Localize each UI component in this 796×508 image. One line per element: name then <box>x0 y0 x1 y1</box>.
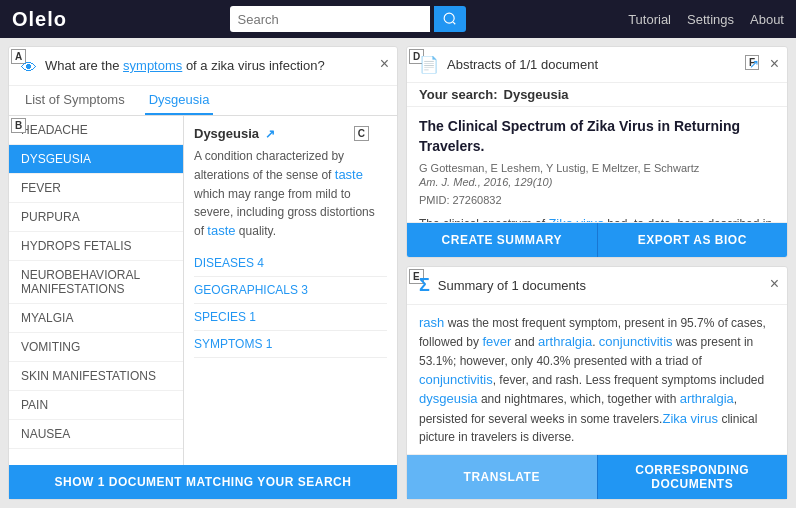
abstract-header: 📄 Abstracts of 1/1 document F ↗ × <box>407 47 787 83</box>
expand-icon[interactable]: ↗ <box>749 57 759 71</box>
external-link-icon[interactable]: ↗ <box>265 127 275 141</box>
fever-link-s[interactable]: fever <box>482 334 511 349</box>
symptom-list: B HEADACHE DYSGEUSIA FEVER PURPURA HYDRO… <box>9 116 184 465</box>
taste-link-2[interactable]: taste <box>207 223 235 238</box>
document-icon: 📄 <box>419 55 439 74</box>
article-pmid: PMID: 27260832 <box>419 194 775 206</box>
show-documents-button[interactable]: SHOW 1 DOCUMENT MATCHING YOUR SEARCH <box>9 465 397 499</box>
abstract-close-button[interactable]: × <box>770 55 779 73</box>
category-geographicals[interactable]: GEOGRAPHICALS 3 <box>194 277 387 304</box>
arthralgia-link-s[interactable]: arthralgia <box>538 334 592 349</box>
search-input[interactable] <box>230 6 430 32</box>
abstract-panel: D 📄 Abstracts of 1/1 document F ↗ × Your… <box>406 46 788 258</box>
symptom-headache[interactable]: HEADACHE <box>9 116 183 145</box>
eye-icon: 👁 <box>21 59 37 77</box>
summary-close-button[interactable]: × <box>770 275 779 293</box>
article-authors: G Gottesman, E Leshem, Y Lustig, E Meltz… <box>419 162 775 174</box>
left-panel-close[interactable]: × <box>380 55 389 73</box>
article-title: The Clinical Spectrum of Zika Virus in R… <box>419 117 775 156</box>
definition-panel: C Dysgeusia ↗ A condition characterized … <box>184 116 397 465</box>
abstract-header-title: Abstracts of 1/1 document <box>447 57 598 72</box>
conjunctivitis-link-2[interactable]: conjunctivitis <box>419 372 493 387</box>
corresponding-docs-button[interactable]: CORRESPONDING DOCUMENTS <box>597 455 788 499</box>
tab-list-of-symptoms[interactable]: List of Symptoms <box>21 86 129 115</box>
query-text: What are the symptoms of a zika virus in… <box>45 57 385 73</box>
symptom-skin[interactable]: SKIN MANIFESTATIONS <box>9 362 183 391</box>
tutorial-link[interactable]: Tutorial <box>628 12 671 27</box>
symptom-myalgia[interactable]: MYALGIA <box>9 304 183 333</box>
summary-panel: E Σ Summary of 1 documents × rash was th… <box>406 266 788 501</box>
search-button[interactable] <box>434 6 466 32</box>
export-bioc-button[interactable]: EXPORT AS BIOC <box>597 223 788 257</box>
taste-link-1[interactable]: taste <box>335 167 363 182</box>
tabs: List of Symptoms Dysgeusia <box>9 86 397 116</box>
main-content: A 👁 What are the symptoms of a zika viru… <box>0 38 796 508</box>
article-journal: Am. J. Med., 2016, 129(10) <box>419 176 775 188</box>
right-panels: D 📄 Abstracts of 1/1 document F ↗ × Your… <box>406 46 788 500</box>
about-link[interactable]: About <box>750 12 784 27</box>
symptom-purpura[interactable]: PURPURA <box>9 203 183 232</box>
header: Olelo Tutorial Settings About <box>0 0 796 38</box>
abstract-actions: CREATE SUMMARY EXPORT AS BIOC <box>407 222 787 257</box>
conjunctivitis-link-1[interactable]: conjunctivitis <box>599 334 673 349</box>
summary-header: Σ Summary of 1 documents × <box>407 267 787 305</box>
symptom-pain[interactable]: PAIN <box>9 391 183 420</box>
rash-link[interactable]: rash <box>419 315 444 330</box>
search-bar <box>230 6 466 32</box>
settings-link[interactable]: Settings <box>687 12 734 27</box>
tab-dysgeusia[interactable]: Dysgeusia <box>145 86 214 115</box>
abstract-content: The Clinical Spectrum of Zika Virus in R… <box>407 107 787 222</box>
zika-link-s[interactable]: Zika virus <box>662 411 718 426</box>
sigma-icon: Σ <box>419 275 430 296</box>
category-diseases[interactable]: DISEASES 4 <box>194 250 387 277</box>
create-summary-button[interactable]: CREATE SUMMARY <box>407 223 597 257</box>
article-body: The clinical spectrum of Zika virus had,… <box>419 214 775 221</box>
left-content: B HEADACHE DYSGEUSIA FEVER PURPURA HYDRO… <box>9 116 397 465</box>
symptom-dysgeusia[interactable]: DYSGEUSIA <box>9 145 183 174</box>
translate-button[interactable]: TRANSLATE <box>407 455 597 499</box>
summary-header-title: Summary of 1 documents <box>438 278 586 293</box>
arthralgia-link-s2[interactable]: arthralgia <box>680 391 734 406</box>
badge-c: C <box>354 126 369 141</box>
symptom-vomiting[interactable]: VOMITING <box>9 333 183 362</box>
symptoms-link[interactable]: symptoms <box>123 58 182 73</box>
badge-b: B <box>11 118 26 133</box>
symptom-hydrops-fetalis[interactable]: HYDROPS FETALIS <box>9 232 183 261</box>
symptom-fever[interactable]: FEVER <box>9 174 183 203</box>
main-nav: Tutorial Settings About <box>628 12 784 27</box>
category-species[interactable]: SPECIES 1 <box>194 304 387 331</box>
query-title: 👁 What are the symptoms of a zika virus … <box>21 57 385 77</box>
category-symptoms[interactable]: SYMPTOMS 1 <box>194 331 387 358</box>
logo: Olelo <box>12 8 67 31</box>
symptom-nausea[interactable]: NAUSEA <box>9 420 183 449</box>
summary-actions: TRANSLATE CORRESPONDING DOCUMENTS <box>407 454 787 499</box>
summary-content: rash was the most frequent symptom, pres… <box>407 305 787 455</box>
def-text: A condition characterized by alterations… <box>194 147 387 240</box>
your-search-bar: Your search: Dysgeusia <box>407 83 787 107</box>
dysgeusia-link-s[interactable]: dysgeusia <box>419 391 478 406</box>
symptom-neurobehavioral[interactable]: NEUROBEHAVIORAL MANIFESTATIONS <box>9 261 183 304</box>
query-header: 👁 What are the symptoms of a zika virus … <box>9 47 397 86</box>
left-panel: A 👁 What are the symptoms of a zika viru… <box>8 46 398 500</box>
